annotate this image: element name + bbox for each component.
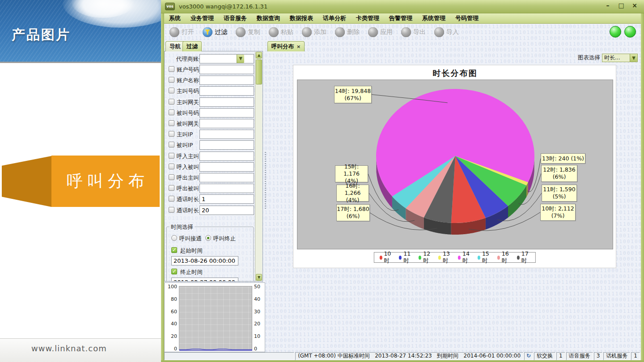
scroll-down-icon[interactable]: ▼ — [256, 274, 262, 281]
menu-item-4[interactable]: 数据查询 — [252, 13, 285, 23]
tab-close-icon[interactable]: × — [297, 44, 301, 50]
filter-input-呼入主叫[interactable] — [199, 152, 254, 161]
chevron-down-icon[interactable]: ▼ — [237, 55, 244, 63]
radio-call-end-label[interactable]: 呼叫终止 — [213, 235, 236, 243]
filter-input-呼入被叫[interactable] — [199, 162, 254, 172]
legend-item-15时: 15时 — [478, 250, 491, 265]
filter-input-主叫号码[interactable] — [199, 86, 254, 96]
legend-item-17时: 17时 — [517, 250, 530, 265]
tab-label: 呼叫分布 — [271, 43, 294, 51]
toolbar-button-label: 导入 — [446, 28, 459, 36]
menu-item-3[interactable]: 语音服务 — [219, 13, 252, 23]
menu-item-7[interactable]: 卡类管理 — [351, 13, 384, 23]
radio-call-connect-label[interactable]: 呼叫接通 — [179, 235, 202, 243]
toolbar-button-应用: 应用 — [368, 27, 401, 37]
end-time-label: 终止时间 — [180, 269, 203, 276]
agent-account-combo[interactable] — [199, 54, 254, 63]
filter-input-被叫号码[interactable] — [199, 108, 254, 118]
legend-label: 12时 — [423, 250, 432, 265]
window-title: vos3000 wangqi@172.16.1.31 — [179, 3, 267, 10]
status-service-label: 软交换 — [534, 352, 555, 360]
checkbox-账户号码[interactable] — [169, 66, 174, 72]
filter-scrollbar[interactable]: ▲ ▼ — [255, 52, 262, 282]
toolbar-button-过滤[interactable]: 过滤 — [203, 27, 236, 37]
filter-input-主叫IP[interactable] — [199, 130, 254, 139]
filter-input-账户名称[interactable] — [199, 76, 254, 85]
filter-input-呼出被叫[interactable] — [199, 184, 254, 193]
filter-row-label: 被叫网关 — [177, 120, 199, 128]
refresh-icon[interactable]: ↻ — [524, 352, 533, 360]
legend-item-16时: 16时 — [497, 250, 510, 265]
menu-item-8[interactable]: 告警管理 — [384, 13, 417, 23]
chart-select-dropdown[interactable]: 时长... ▼ — [602, 54, 638, 62]
menu-item-6[interactable]: 话单分析 — [318, 13, 351, 23]
checkbox-呼入主叫[interactable] — [169, 153, 174, 159]
radio-call-end[interactable] — [205, 235, 211, 241]
presentation-slide: 产品图片 呼叫分布 www.linknat.com — [0, 0, 161, 362]
menu-item-5[interactable]: 数据报表 — [285, 13, 318, 23]
start-time-checkbox[interactable]: ✓ — [171, 247, 177, 253]
legend-label: 11时 — [403, 250, 412, 265]
close-button[interactable]: × — [631, 2, 639, 10]
toolbar-button-删除: 删除 — [335, 27, 368, 37]
filter-row-呼出被叫: 呼出被叫 — [165, 184, 254, 194]
filter-input-通话时长≤[interactable] — [199, 206, 254, 215]
divider — [0, 62, 161, 63]
chevron-down-icon[interactable]: ▼ — [630, 54, 637, 62]
checkbox-被叫IP[interactable] — [169, 142, 174, 147]
menu-item-10[interactable]: 号码管理 — [450, 13, 483, 23]
checkbox-呼出主叫[interactable] — [169, 174, 174, 180]
titlebar[interactable]: vos vos3000 wangqi@172.16.1.31 – □ × — [161, 0, 644, 13]
agent-account-row: 代理商账号▼ — [165, 54, 254, 64]
filter-input-被叫IP[interactable] — [199, 140, 254, 150]
toolbar-button-label: 删除 — [347, 28, 360, 36]
tab-call-distribution[interactable]: 呼叫分布 × — [267, 41, 305, 51]
filter-input-账户号码[interactable] — [199, 65, 254, 74]
time-select-group: 时间选择 呼叫接通 呼叫终止 ✓ 起始时间 ✓ 终止时间 — [166, 227, 254, 282]
import-orb-icon — [434, 27, 444, 37]
minimize-button[interactable]: – — [604, 2, 612, 10]
tab-navigation[interactable]: 导航 — [165, 41, 185, 51]
toolbar-button-label: 复制 — [248, 28, 260, 36]
toolbar-button-添加: 添加 — [302, 27, 335, 37]
menu-item-1[interactable]: 系统 — [164, 13, 186, 23]
filter-row-被叫IP: 被叫IP — [165, 140, 254, 150]
checkbox-通话时长≤[interactable] — [169, 207, 174, 213]
screen: 产品图片 呼叫分布 www.linknat.com 11100101111000… — [0, 0, 644, 362]
checkbox-通话时长≥[interactable] — [169, 196, 174, 202]
checkbox-主叫网关[interactable] — [169, 99, 174, 105]
toolbar-button-导入: 导入 — [434, 27, 467, 37]
checkbox-被叫网关[interactable] — [169, 120, 174, 126]
filter-input-主叫网关[interactable] — [199, 97, 254, 107]
scrollbar-thumb[interactable] — [256, 59, 262, 84]
status-current-time: 2013-08-27 14:52:23 — [375, 353, 432, 359]
filter-funnel-icon — [203, 27, 212, 37]
radio-call-connect[interactable] — [171, 235, 177, 241]
window-frame — [161, 360, 644, 362]
chart-select-value: 时长... — [604, 55, 620, 61]
filter-row-账户名称: 账户名称 — [165, 76, 254, 85]
menu-item-9[interactable]: 系统管理 — [417, 13, 450, 23]
filter-input-通话时长≥[interactable] — [199, 194, 254, 204]
filter-input-呼出主叫[interactable] — [199, 173, 254, 182]
checkbox-账户名称[interactable] — [169, 77, 174, 83]
checkbox-主叫IP[interactable] — [169, 131, 174, 137]
legend-dot-icon — [419, 256, 421, 260]
panel-splitter[interactable] — [263, 40, 267, 352]
filter-input-被叫网关[interactable] — [199, 119, 254, 128]
status-service-label: 话机服务 — [603, 352, 630, 360]
checkbox-被叫号码[interactable] — [169, 109, 174, 115]
maximize-button[interactable]: □ — [617, 2, 625, 10]
filter-row-label: 被叫号码 — [177, 109, 199, 117]
checkbox-主叫号码[interactable] — [169, 88, 174, 93]
checkbox-呼出被叫[interactable] — [169, 185, 174, 191]
checkbox-呼入被叫[interactable] — [169, 164, 174, 169]
tab-filter[interactable]: 过滤 — [182, 41, 202, 51]
menu-item-2[interactable]: 业务管理 — [186, 13, 219, 23]
end-time-input[interactable] — [171, 278, 238, 282]
end-time-checkbox[interactable]: ✓ — [171, 269, 177, 274]
filter-row-label: 呼出主叫 — [177, 174, 199, 182]
start-time-input[interactable] — [171, 256, 238, 265]
scroll-up-icon[interactable]: ▲ — [256, 52, 262, 59]
add-orb-icon — [302, 27, 312, 37]
